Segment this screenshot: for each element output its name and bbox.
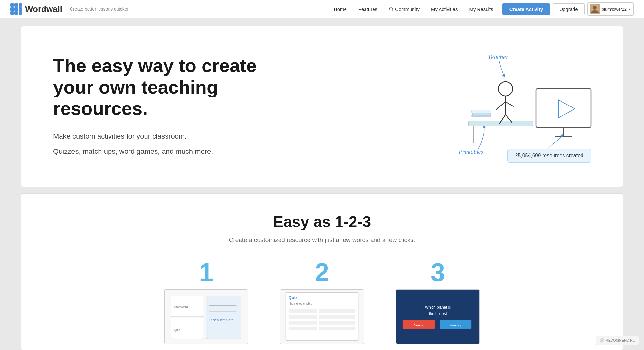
- nav-features[interactable]: Features: [353, 4, 383, 14]
- step-3: 3 Which planet is the hottest Venus Merc…: [390, 260, 486, 344]
- svg-rect-52: [319, 321, 355, 325]
- step-3-image: Which planet is the hottest Venus Mercur…: [396, 289, 480, 344]
- svg-line-23: [506, 102, 514, 106]
- navbar-tagline: Create better lessons quicker: [70, 6, 128, 12]
- hero-section: The easy way to create your own teaching…: [21, 26, 623, 187]
- svg-text:Mercury: Mercury: [450, 323, 461, 327]
- svg-line-22: [496, 102, 506, 110]
- svg-rect-55: [396, 290, 479, 344]
- nav-home[interactable]: Home: [329, 4, 352, 14]
- svg-line-10: [392, 10, 393, 11]
- svg-rect-3: [10, 7, 14, 11]
- chevron-down-icon: ▾: [629, 7, 630, 11]
- svg-rect-48: [319, 309, 355, 313]
- recommend-badge: R RECOMMEND.RU: [596, 336, 639, 345]
- main-nav: Home Features Community My Activities My…: [329, 4, 498, 14]
- logo-text: Wordwall: [25, 4, 62, 14]
- svg-rect-26: [536, 89, 591, 127]
- svg-text:Printables: Printables: [459, 149, 483, 155]
- svg-text:Pick a template: Pick a template: [209, 318, 233, 322]
- recommend-icon: R: [600, 338, 604, 343]
- step-2-image: Quiz The Periodic Table: [280, 289, 364, 344]
- svg-rect-8: [19, 11, 22, 15]
- svg-rect-51: [289, 321, 317, 325]
- svg-rect-47: [289, 309, 317, 313]
- hero-illustration: Teacher: [449, 50, 597, 166]
- step-1-number: 1: [199, 260, 213, 285]
- create-activity-button[interactable]: Create Activity: [502, 3, 550, 15]
- svg-rect-5: [19, 7, 22, 11]
- svg-point-12: [593, 6, 597, 10]
- easy-section: Easy as 1-2-3 Create a customized resour…: [21, 193, 623, 350]
- step-3-number: 3: [431, 260, 445, 285]
- svg-rect-53: [289, 327, 317, 330]
- svg-rect-1: [14, 3, 18, 7]
- svg-rect-54: [319, 327, 355, 330]
- svg-rect-7: [14, 11, 18, 15]
- hero-title: The easy way to create your own teaching…: [53, 55, 279, 119]
- step-1: 1 Pick a template Crossword: [158, 260, 254, 344]
- resources-badge: 25,054,699 resources created: [507, 149, 591, 163]
- svg-text:the hottest: the hottest: [429, 311, 447, 316]
- svg-rect-6: [10, 11, 14, 15]
- step-2-svg: Quiz The Periodic Table: [280, 289, 364, 344]
- step-2: 2 Quiz The Periodic Table: [274, 260, 370, 344]
- step-1-image: Pick a template Crossword Quiz: [164, 289, 248, 344]
- svg-text:Teacher: Teacher: [488, 53, 508, 60]
- logo-link[interactable]: Wordwall: [10, 3, 62, 15]
- nav-community[interactable]: Community: [384, 4, 425, 14]
- svg-rect-2: [19, 3, 22, 7]
- hero-subtitle-2: Quizzes, match ups, word games, and much…: [53, 146, 279, 157]
- svg-text:Quiz: Quiz: [289, 295, 298, 300]
- user-name: plumflower22: [602, 7, 627, 12]
- svg-point-20: [498, 82, 513, 96]
- page-content: The easy way to create your own teaching…: [0, 18, 644, 350]
- svg-text:Which planet is: Which planet is: [425, 305, 451, 309]
- svg-rect-0: [10, 3, 14, 7]
- steps-row: 1 Pick a template Crossword: [47, 260, 597, 344]
- step-2-number: 2: [315, 260, 329, 285]
- avatar: [590, 4, 600, 14]
- svg-rect-50: [319, 315, 355, 319]
- svg-text:Crossword: Crossword: [174, 305, 188, 309]
- nav-my-results[interactable]: My Results: [464, 4, 498, 14]
- svg-rect-19: [472, 110, 491, 113]
- hero-text: The easy way to create your own teaching…: [53, 55, 279, 161]
- nav-my-activities[interactable]: My Activities: [426, 4, 463, 14]
- step-3-svg: Which planet is the hottest Venus Mercur…: [396, 289, 479, 344]
- svg-text:The Periodic Table: The Periodic Table: [289, 302, 312, 305]
- step-1-svg: Pick a template Crossword Quiz: [165, 289, 248, 344]
- svg-text:Venus: Venus: [414, 323, 423, 327]
- easy-section-subtitle: Create a customized resource with just a…: [47, 236, 597, 244]
- svg-rect-4: [14, 7, 18, 11]
- wordwall-logo-icon: [10, 3, 22, 15]
- svg-text:Quiz: Quiz: [174, 328, 180, 332]
- upgrade-button[interactable]: Upgrade: [553, 3, 585, 15]
- avatar-image: [590, 4, 600, 14]
- hero-subtitle-1: Make custom activities for your classroo…: [53, 131, 279, 142]
- svg-rect-35: [206, 296, 241, 339]
- easy-section-title: Easy as 1-2-3: [47, 213, 597, 231]
- user-menu[interactable]: plumflower22 ▾: [587, 2, 634, 16]
- search-icon: [389, 7, 393, 11]
- navbar: Wordwall Create better lessons quicker H…: [0, 0, 644, 18]
- svg-rect-49: [289, 315, 317, 319]
- svg-text:R: R: [601, 339, 603, 342]
